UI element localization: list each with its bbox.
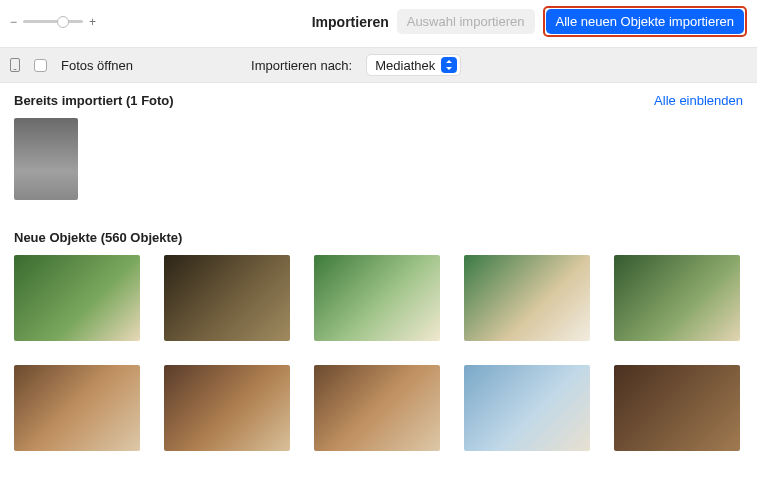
device-icon bbox=[10, 58, 20, 72]
already-imported-heading: Bereits importiert (1 Foto) bbox=[14, 93, 174, 108]
photo-thumb[interactable] bbox=[164, 255, 290, 341]
photo-thumb[interactable] bbox=[614, 365, 740, 451]
photo-thumb[interactable] bbox=[464, 365, 590, 451]
zoom-slider[interactable] bbox=[23, 20, 83, 23]
photo-thumb[interactable] bbox=[614, 255, 740, 341]
page-title: Importieren bbox=[312, 14, 389, 30]
import-options-bar: Fotos öffnen Importieren nach: Mediathek bbox=[0, 47, 757, 83]
photo-thumb[interactable] bbox=[14, 365, 140, 451]
zoom-control: − + bbox=[10, 15, 96, 29]
new-objects-heading: Neue Objekte (560 Objekte) bbox=[14, 230, 182, 245]
open-photos-checkbox[interactable] bbox=[34, 59, 47, 72]
new-objects-grid bbox=[14, 255, 743, 465]
photo-thumb[interactable] bbox=[314, 365, 440, 451]
open-photos-label: Fotos öffnen bbox=[61, 58, 133, 73]
already-imported-grid bbox=[14, 118, 743, 214]
new-objects-section: Neue Objekte (560 Objekte) bbox=[0, 220, 757, 471]
already-imported-section: Bereits importiert (1 Foto) Alle einblen… bbox=[0, 83, 757, 220]
import-to-value: Mediathek bbox=[375, 58, 435, 73]
show-all-link[interactable]: Alle einblenden bbox=[654, 93, 743, 108]
import-to-select[interactable]: Mediathek bbox=[366, 54, 461, 76]
chevron-updown-icon bbox=[441, 57, 457, 73]
zoom-out-icon[interactable]: − bbox=[10, 15, 17, 29]
photo-thumb[interactable] bbox=[464, 255, 590, 341]
photo-thumb[interactable] bbox=[314, 255, 440, 341]
import-all-new-button[interactable]: Alle neuen Objekte importieren bbox=[546, 9, 745, 34]
import-to-label: Importieren nach: bbox=[251, 58, 352, 73]
photo-thumb[interactable] bbox=[14, 118, 78, 200]
import-toolbar: − + Importieren Auswahl importieren Alle… bbox=[0, 0, 757, 47]
import-all-highlight: Alle neuen Objekte importieren bbox=[543, 6, 748, 37]
import-selection-button[interactable]: Auswahl importieren bbox=[397, 9, 535, 34]
photo-thumb[interactable] bbox=[164, 365, 290, 451]
photo-thumb[interactable] bbox=[14, 255, 140, 341]
zoom-in-icon[interactable]: + bbox=[89, 15, 96, 29]
